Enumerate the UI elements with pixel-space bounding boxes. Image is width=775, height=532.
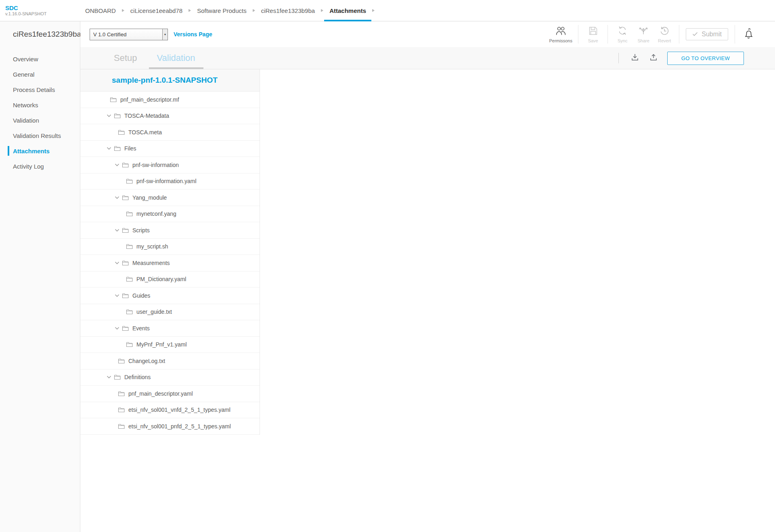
tree-node[interactable]: Yang_module	[80, 190, 260, 206]
save-icon	[588, 26, 598, 38]
breadcrumb-cilicense1eeabd78[interactable]: ciLicense1eeabd78	[125, 0, 188, 21]
dropdown-caret-icon: ▼	[162, 29, 168, 40]
folder-icon	[114, 113, 121, 119]
tree-node-label: mynetconf.yang	[136, 211, 176, 217]
upload-button[interactable]	[647, 52, 660, 64]
tree-node[interactable]: my_script.sh	[80, 239, 260, 255]
tabs-actions: GO TO OVERVIEW	[618, 52, 775, 65]
tree-node[interactable]: MyPnf_Pnf_v1.yaml	[80, 337, 260, 353]
tree-node[interactable]: TOSCA-Metadata	[80, 108, 260, 125]
tree-node[interactable]: mynetconf.yang	[80, 206, 260, 223]
tree-node[interactable]: pnf_main_descriptor.yaml	[80, 386, 260, 402]
submit-label: Submit	[702, 31, 722, 38]
chevron-down-icon[interactable]	[115, 327, 119, 330]
tree-node[interactable]: ChangeLog.txt	[80, 353, 260, 369]
tree-node[interactable]: pnf-sw-information	[80, 157, 260, 173]
tree-node[interactable]: pnf-sw-information.yaml	[80, 173, 260, 190]
tab-setup[interactable]: Setup	[106, 47, 145, 69]
toolbar: V 1.0 Certified ▼ Versions Page Permisso…	[80, 21, 775, 47]
tree-node[interactable]: Definitions	[80, 369, 260, 386]
sidebar-item-general[interactable]: General	[0, 67, 80, 82]
breadcrumb-software-products[interactable]: Software Products	[192, 0, 252, 21]
chevron-down-icon[interactable]	[115, 196, 119, 199]
sidebar: ciRes1fee1323b9ba OverviewGeneralProcess…	[0, 21, 80, 532]
folder-icon	[118, 358, 125, 364]
sidebar-item-attachments[interactable]: Attachments	[0, 143, 80, 159]
breadcrumb-cires1fee1323b9ba[interactable]: ciRes1fee1323b9ba	[256, 0, 320, 21]
tree-node-label: ChangeLog.txt	[128, 358, 165, 364]
save-label: Save	[588, 38, 598, 43]
validation-content-empty	[260, 69, 775, 532]
tree-node-label: TOSCA-Metadata	[124, 113, 169, 119]
sidebar-item-activity-log[interactable]: Activity Log	[0, 159, 80, 174]
chevron-down-icon[interactable]	[115, 261, 119, 265]
sidebar-item-overview[interactable]: Overview	[0, 51, 80, 67]
chevron-right-icon	[122, 0, 124, 21]
chevron-down-icon[interactable]	[115, 294, 119, 297]
chevron-down-icon[interactable]	[107, 114, 111, 117]
tree-node[interactable]: Scripts	[80, 222, 260, 239]
tree-node[interactable]: TOSCA.meta	[80, 124, 260, 141]
file-tree: pnf_main_descriptor.mfTOSCA-MetadataTOSC…	[80, 92, 260, 435]
folder-icon	[126, 211, 133, 217]
sync-button: Sync	[612, 25, 633, 43]
sidebar-item-process-details[interactable]: Process Details	[0, 82, 80, 97]
chevron-down-icon[interactable]	[115, 229, 119, 232]
tree-node[interactable]: pnf_main_descriptor.mf	[80, 92, 260, 108]
tree-node[interactable]: etsi_nfv_sol001_pnfd_2_5_1_types.yaml	[80, 418, 260, 435]
tree-node-label: Files	[124, 145, 136, 152]
tree-node[interactable]: Files	[80, 141, 260, 157]
tree-node[interactable]: Events	[80, 320, 260, 337]
tree-node-label: Scripts	[132, 227, 150, 234]
sidebar-item-networks[interactable]: Networks	[0, 97, 80, 113]
folder-icon	[126, 244, 133, 249]
page-title: ciRes1fee1323b9ba	[0, 21, 80, 47]
folder-icon	[110, 97, 117, 102]
divider	[607, 25, 608, 44]
folder-icon	[122, 195, 129, 200]
main-area: ciRes1fee1323b9ba OverviewGeneralProcess…	[0, 21, 775, 532]
app-logo[interactable]: SDC v.1.16.0-SNAPSHOT	[0, 0, 80, 21]
folder-icon	[126, 309, 133, 315]
notifications-button[interactable]	[739, 28, 758, 41]
chevron-right-icon	[372, 0, 375, 21]
sidebar-item-validation-results[interactable]: Validation Results	[0, 128, 80, 143]
tree-node[interactable]: Measurements	[80, 255, 260, 271]
versions-page-link[interactable]: Versions Page	[174, 31, 212, 38]
chevron-right-icon	[189, 0, 191, 21]
breadcrumb-attachments[interactable]: Attachments	[324, 0, 371, 21]
tab-validation[interactable]: Validation	[149, 47, 203, 69]
tree-node[interactable]: PM_Dictionary.yaml	[80, 271, 260, 288]
tree-node[interactable]: Guides	[80, 288, 260, 304]
folder-icon	[126, 276, 133, 282]
download-button[interactable]	[629, 52, 641, 64]
tree-node-label: user_guide.txt	[136, 309, 172, 315]
folder-icon	[118, 129, 125, 135]
sync-label: Sync	[618, 38, 627, 43]
folder-icon	[114, 146, 121, 151]
revert-icon	[659, 25, 670, 38]
folder-icon	[118, 407, 125, 413]
app-logo-title: SDC	[5, 4, 80, 11]
tree-node-label: PM_Dictionary.yaml	[136, 276, 186, 282]
chevron-right-icon	[321, 0, 323, 21]
tree-node[interactable]: user_guide.txt	[80, 304, 260, 321]
share-icon	[638, 25, 649, 38]
divider	[618, 53, 619, 63]
permissions-button[interactable]: Permissons	[547, 26, 574, 43]
sidebar-item-validation[interactable]: Validation	[0, 113, 80, 128]
chevron-down-icon[interactable]	[115, 163, 119, 167]
chevron-down-icon[interactable]	[107, 376, 111, 379]
work-area: sample-pnf-1.0.1-SNAPSHOT pnf_main_descr…	[80, 69, 775, 532]
attachments-tree-panel: sample-pnf-1.0.1-SNAPSHOT pnf_main_descr…	[80, 69, 260, 435]
breadcrumb-onboard[interactable]: ONBOARD	[80, 0, 121, 21]
version-select[interactable]: V 1.0 Certified ▼	[90, 29, 168, 40]
share-button: Share	[633, 25, 654, 43]
chevron-down-icon[interactable]	[107, 147, 111, 150]
folder-icon	[114, 374, 121, 380]
tree-node[interactable]: etsi_nfv_sol001_vnfd_2_5_1_types.yaml	[80, 402, 260, 419]
divider	[578, 25, 578, 44]
go-to-overview-button[interactable]: GO TO OVERVIEW	[667, 52, 744, 65]
sync-icon	[617, 25, 628, 38]
folder-icon	[122, 325, 129, 331]
